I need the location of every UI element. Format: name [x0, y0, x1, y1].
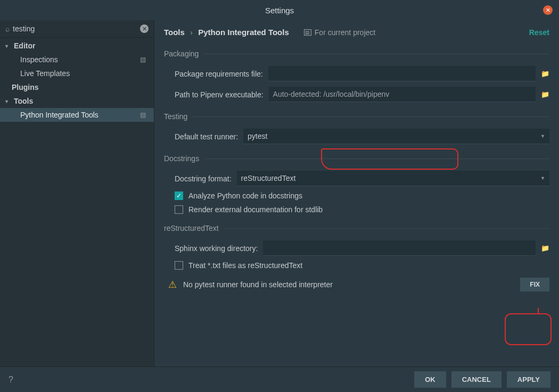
breadcrumb-root: Tools: [164, 28, 185, 37]
section-testing: Testing: [164, 112, 549, 121]
breadcrumb: Tools › Python Integrated Tools: [164, 28, 289, 37]
chevron-down-icon: ▼: [540, 176, 545, 181]
project-scope-icon: ▤: [304, 29, 311, 36]
folder-icon[interactable]: 📁: [541, 244, 549, 252]
sphinx-dir-label: Sphinx working directory:: [175, 244, 258, 253]
section-packaging: Packaging: [164, 49, 549, 58]
sidebar-item-editor[interactable]: ▾ Editor: [0, 39, 154, 53]
ok-button[interactable]: OK: [414, 371, 446, 388]
analyze-docstrings-checkbox[interactable]: ✓: [175, 191, 183, 200]
help-icon[interactable]: ?: [9, 375, 13, 385]
sidebar-label: Live Templates: [20, 69, 70, 78]
package-requirements-field[interactable]: [268, 66, 536, 81]
settings-sidebar: ⌕ ✕ ▾ Editor Inspections ▤ Live Template…: [0, 20, 154, 366]
breadcrumb-leaf: Python Integrated Tools: [198, 28, 289, 37]
sidebar-label: Tools: [14, 97, 33, 105]
section-title-label: Testing: [164, 112, 187, 121]
cancel-button[interactable]: CANCEL: [451, 371, 502, 388]
search-icon: ⌕: [5, 24, 10, 33]
sphinx-dir-field[interactable]: [263, 240, 536, 256]
chevron-down-icon: ▼: [540, 134, 545, 139]
close-icon[interactable]: ✕: [543, 5, 553, 15]
clear-search-icon[interactable]: ✕: [140, 24, 149, 33]
chevron-down-icon: ▾: [5, 43, 13, 49]
dropdown-value: reStructuredText: [241, 174, 296, 182]
render-stdlib-checkbox[interactable]: [175, 205, 183, 214]
sidebar-label: Editor: [14, 41, 35, 50]
sidebar-item-live-templates[interactable]: Live Templates: [0, 66, 154, 80]
warning-text: No pytest runner found in selected inter…: [183, 280, 333, 289]
search-box: ⌕ ✕: [0, 20, 154, 38]
treat-txt-checkbox[interactable]: [175, 261, 183, 270]
settings-content: Tools › Python Integrated Tools ▤ For cu…: [154, 20, 559, 366]
default-test-runner-dropdown[interactable]: pytest ▼: [243, 129, 549, 144]
sidebar-label: Inspections: [20, 55, 58, 64]
project-scope-icon: ▤: [140, 111, 149, 119]
for-current-project-label: For current project: [315, 28, 375, 37]
sidebar-label: Python Integrated Tools: [20, 111, 98, 119]
chevron-down-icon: ▾: [5, 98, 13, 104]
breadcrumb-separator: ›: [190, 28, 193, 37]
section-docstrings: Docstrings: [164, 154, 549, 163]
sidebar-item-python-integrated-tools[interactable]: Python Integrated Tools ▤: [0, 108, 154, 122]
section-title-label: Docstrings: [164, 154, 199, 163]
sidebar-item-plugins[interactable]: Plugins: [0, 80, 154, 94]
dropdown-value: pytest: [248, 132, 267, 140]
render-stdlib-label: Render external documentation for stdlib: [188, 205, 323, 214]
pipenv-path-field[interactable]: Auto-detected: /usr/local/bin/pipenv: [269, 87, 536, 102]
analyze-docstrings-label: Analyze Python code in docstrings: [188, 191, 302, 200]
project-scope-icon: ▤: [140, 56, 149, 63]
reset-link[interactable]: Reset: [529, 28, 549, 37]
warning-icon: ⚠: [168, 279, 177, 290]
treat-txt-label: Treat *.txt files as reStructuredText: [188, 261, 302, 270]
for-current-project-badge: ▤ For current project: [304, 28, 375, 37]
fix-button[interactable]: FIX: [520, 278, 549, 291]
docstring-format-dropdown[interactable]: reStructuredText ▼: [237, 171, 549, 186]
section-rst: reStructuredText: [164, 224, 549, 232]
window-title: Settings: [265, 6, 294, 15]
sidebar-label: Plugins: [12, 83, 39, 91]
pipenv-path-label: Path to Pipenv executable:: [175, 90, 264, 99]
default-test-runner-label: Default test runner:: [175, 132, 238, 141]
sidebar-item-tools[interactable]: ▾ Tools: [0, 94, 154, 108]
section-title-label: reStructuredText: [164, 224, 219, 232]
apply-button[interactable]: APPLY: [507, 371, 550, 388]
folder-icon[interactable]: 📁: [541, 90, 549, 98]
folder-icon[interactable]: 📁: [541, 70, 549, 78]
docstring-format-label: Docstring format:: [175, 174, 232, 183]
section-title-label: Packaging: [164, 49, 199, 58]
sidebar-item-inspections[interactable]: Inspections ▤: [0, 53, 154, 66]
search-input[interactable]: [13, 24, 140, 33]
package-requirements-label: Package requirements file:: [175, 70, 263, 78]
